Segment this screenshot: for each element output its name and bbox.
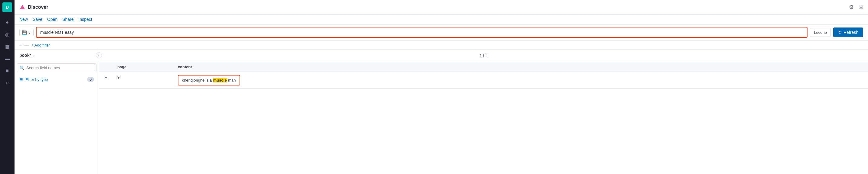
hit-count: 1 (480, 54, 482, 58)
sidebar-icon-charts[interactable]: ▩ (2, 41, 13, 52)
filter-options-icon: ≡ (19, 42, 22, 48)
index-selector-wrapper: book* ⌄ ‹ (14, 50, 99, 61)
svg-marker-0 (20, 4, 25, 9)
content-cell: chenqionghe is a muscle man (173, 72, 868, 89)
share-button[interactable]: Share (62, 17, 73, 22)
save-chevron: ⌄ (28, 30, 31, 35)
new-button[interactable]: New (19, 17, 28, 22)
hits-bar: 1 hit (99, 50, 868, 62)
kibana-icon (19, 4, 25, 10)
topbar-icons: ⚙ ✉ (849, 4, 863, 10)
filter-bar: ≡ — + Add filter (14, 40, 868, 50)
page-cell: 9 (113, 72, 173, 89)
chevron-down-icon: ⌄ (32, 53, 35, 58)
content-highlight-wrapper: chenqionghe is a muscle man (178, 75, 240, 85)
sidebar-logo-text: D (6, 5, 9, 10)
results-table: page content ► (99, 62, 868, 89)
content-suffix: man (227, 78, 236, 82)
table-header: page content (99, 62, 868, 72)
add-filter-label: + Add filter (31, 43, 50, 47)
expand-row-button[interactable]: ► (104, 75, 108, 79)
filter-by-type-text: Filter by type (25, 77, 48, 82)
content-col-header: content (173, 62, 868, 72)
page-col-header: page (113, 62, 173, 72)
main-content: Discover ⚙ ✉ New Save Open Share Inspect… (14, 0, 868, 174)
sidebar-logo[interactable]: D (2, 2, 12, 12)
search-icon: 🔍 (19, 66, 25, 70)
add-filter-button[interactable]: + Add filter (31, 43, 50, 47)
refresh-label: Refresh (843, 30, 858, 35)
sidebar-icon-clock[interactable]: ● (2, 17, 13, 28)
table-body: ► 9 chenqionghe is a muscle man (99, 72, 868, 89)
sidebar-icon-layers[interactable]: ▬ (2, 53, 13, 64)
field-search-input[interactable] (17, 63, 96, 72)
field-search-wrapper: 🔍 (17, 63, 96, 72)
filter-by-type-row[interactable]: ☰ Filter by type 0 (14, 75, 99, 84)
refresh-icon: ↻ (838, 30, 842, 35)
right-panel: 1 hit page content (99, 50, 868, 174)
search-bar: 💾 ⌄ Lucene ↻ Refresh (14, 25, 868, 40)
sidebar: D ● ◎ ▩ ▬ ■ ○ (0, 0, 14, 174)
filter-by-type-icon: ☰ (19, 77, 23, 82)
save-button[interactable]: Save (33, 17, 42, 22)
index-label: book* (19, 53, 31, 58)
filter-count-badge: 0 (87, 77, 94, 82)
save-icon: 💾 (22, 30, 27, 35)
search-input[interactable] (36, 27, 807, 38)
expand-col-header (99, 62, 113, 72)
content-prefix: chenqionghe is a (182, 78, 213, 82)
hit-label-text: hit (483, 54, 488, 58)
settings-icon[interactable]: ⚙ (849, 4, 854, 10)
topbar: Discover ⚙ ✉ (14, 0, 868, 14)
toolbar: New Save Open Share Inspect (14, 14, 868, 25)
sidebar-icon-person[interactable]: ○ (2, 77, 13, 88)
index-selector[interactable]: book* ⌄ ‹ (14, 50, 99, 61)
filter-by-type-label: ☰ Filter by type (19, 77, 48, 82)
save-search-button[interactable]: 💾 ⌄ (19, 29, 34, 36)
content-highlight: muscle (213, 78, 227, 82)
sidebar-icon-discover[interactable]: ◎ (2, 29, 13, 40)
open-button[interactable]: Open (47, 17, 58, 22)
row-expand-cell: ► (99, 72, 113, 89)
left-panel: book* ⌄ ‹ 🔍 ☰ Filter by type (14, 50, 99, 174)
search-input-wrapper (36, 27, 807, 38)
content-area: book* ⌄ ‹ 🔍 ☰ Filter by type (14, 50, 868, 174)
table-row: ► 9 chenqionghe is a muscle man (99, 72, 868, 89)
field-search-section: 🔍 (14, 61, 99, 75)
lucene-button[interactable]: Lucene (810, 28, 831, 37)
collapse-panel-button[interactable]: ‹ (96, 52, 102, 58)
filter-divider: — (25, 43, 29, 47)
sidebar-icon-building[interactable]: ■ (2, 65, 13, 76)
topbar-title: Discover (28, 4, 49, 10)
mail-icon[interactable]: ✉ (859, 4, 863, 10)
inspect-button[interactable]: Inspect (79, 17, 92, 22)
refresh-button[interactable]: ↻ Refresh (833, 28, 863, 37)
